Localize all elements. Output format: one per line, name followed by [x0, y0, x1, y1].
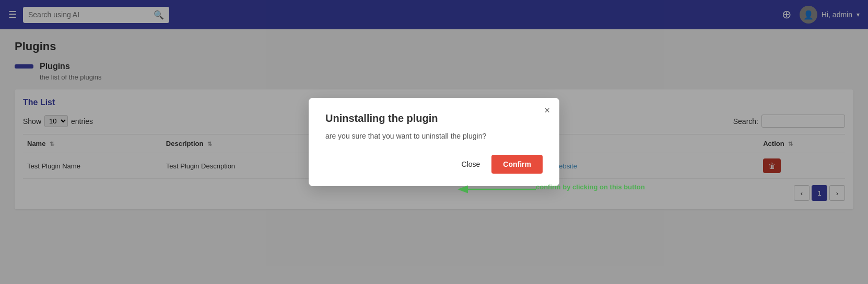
annotation-arrow — [455, 179, 538, 200]
modal-dialog: × Uninstalling the plugin are you sure t… — [309, 98, 559, 186]
modal-body: are you sure that you want to uninstall … — [325, 132, 543, 140]
modal-close-icon[interactable]: × — [544, 105, 550, 116]
modal-confirm-button[interactable]: Confirm — [491, 155, 543, 174]
modal-overlay: × Uninstalling the plugin are you sure t… — [0, 0, 868, 220]
modal-footer: Close Confirm — [325, 155, 543, 174]
modal-title: Uninstalling the plugin — [325, 112, 543, 124]
annotation-text: confirm by clicking on this button — [536, 183, 645, 191]
modal-close-button[interactable]: Close — [456, 157, 486, 172]
